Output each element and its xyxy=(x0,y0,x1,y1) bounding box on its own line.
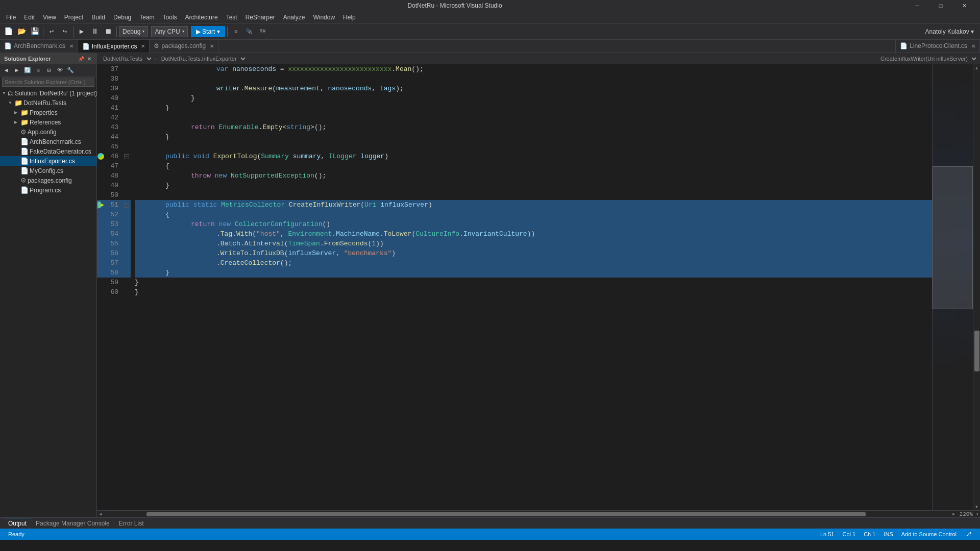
code-container[interactable]: 37 38 39 40 xyxy=(97,64,980,510)
undo-button[interactable]: ↩ xyxy=(45,26,58,38)
menu-item-analyze[interactable]: Analyze xyxy=(279,11,309,23)
platform-dropdown[interactable]: Any CPU ▾ xyxy=(151,26,187,37)
tree-item-myconfig[interactable]: ▶ 📄 MyConfig.cs xyxy=(0,166,96,176)
tree-item-archbenchmark[interactable]: ▶ 📄 ArchBenchmark.cs xyxy=(0,137,96,146)
debug-pause-button[interactable]: ⏸ xyxy=(89,26,101,38)
tree-item-appconfig[interactable]: ▶ ⚙ App.config xyxy=(0,127,96,137)
hscroll-track[interactable] xyxy=(104,512,950,517)
se-search-input[interactable] xyxy=(2,78,94,87)
se-filter-button[interactable]: ≡ xyxy=(33,65,43,76)
menu-item-help[interactable]: Help xyxy=(339,11,360,23)
tree-item-influxexporter[interactable]: ▶ 📄 InfluxExporter.cs xyxy=(0,156,96,166)
line-row-38: 38 xyxy=(97,74,131,84)
vertical-scrollbar[interactable]: ▲ ▼ xyxy=(973,64,980,510)
status-ln[interactable]: Ln 51 xyxy=(816,529,839,540)
fold-button-51[interactable]: − xyxy=(124,203,129,208)
hscroll-right-arrow[interactable]: ▶ xyxy=(950,511,958,518)
status-ready[interactable]: Ready xyxy=(4,529,29,540)
tree-item-packagesconfig[interactable]: ▶ ⚙ packages.config xyxy=(0,176,96,185)
tab-bar: 📄 ArchBenchmark.cs ✕ 📄 InfluxExporter.cs… xyxy=(0,40,980,53)
minimize-button[interactable]: ─ xyxy=(905,0,929,11)
menu-item-resharper[interactable]: ReSharper xyxy=(241,11,279,23)
close-button[interactable]: ✕ xyxy=(952,0,976,11)
tab-influxexporter-close[interactable]: ✕ xyxy=(141,43,145,49)
scroll-thumb[interactable] xyxy=(974,331,979,371)
code-text[interactable]: var nanoseconds = xxxxxxxxxxxxxxxxxxxxxx… xyxy=(131,64,932,510)
fold-button-46[interactable]: − xyxy=(124,154,129,159)
code-line-42 xyxy=(135,113,932,122)
minimap[interactable] xyxy=(932,64,973,510)
nav-project-dropdown[interactable]: DotNetRu.Tests xyxy=(99,55,153,63)
save-button[interactable]: 💾 xyxy=(29,26,41,38)
start-button[interactable]: ▶ Start ▾ xyxy=(191,26,226,37)
scroll-down-arrow[interactable]: ▼ xyxy=(973,503,981,510)
bottom-tab-output[interactable]: Output xyxy=(4,518,31,529)
se-back-button[interactable]: ◀ xyxy=(1,65,11,76)
linenum-53: 53 xyxy=(104,220,122,228)
tree-item-project[interactable]: ▼ 📁 DotNetRu.Tests xyxy=(0,98,96,108)
tab-influxexporter[interactable]: 📄 InfluxExporter.cs ✕ xyxy=(78,40,150,53)
bottom-tab-package-manager[interactable]: Package Manager Console xyxy=(32,518,114,529)
debug-gutter-46 xyxy=(97,152,104,161)
maximize-button[interactable]: □ xyxy=(929,0,952,11)
tab-lineprotocol[interactable]: 📄 LineProtocolClient.cs ✕ xyxy=(895,40,980,53)
status-ch[interactable]: Ch 1 xyxy=(860,529,879,540)
scroll-up-arrow[interactable]: ▲ xyxy=(973,64,981,71)
fold-gutter-51[interactable]: − xyxy=(122,200,131,210)
tab-packages-close[interactable]: ✕ xyxy=(210,43,214,49)
debug-stop-button[interactable]: ⏹ xyxy=(102,26,114,38)
config-dropdown[interactable]: Debug ▾ xyxy=(119,26,148,37)
debug-gutter-55 xyxy=(97,239,104,248)
menu-item-architecture[interactable]: Architecture xyxy=(181,11,222,23)
tree-item-solution[interactable]: ▼ 🗂 Solution 'DotNetRu' (1 project) xyxy=(0,88,96,98)
fold-gutter-58 xyxy=(122,268,131,278)
menu-item-debug[interactable]: Debug xyxy=(109,11,135,23)
se-collapse-button[interactable]: ⊟ xyxy=(44,65,54,76)
resharper-button[interactable]: R# xyxy=(256,26,268,38)
redo-button[interactable]: ↪ xyxy=(59,26,71,38)
menu-item-view[interactable]: View xyxy=(39,11,60,23)
status-git[interactable]: ⎇ xyxy=(961,529,976,540)
tree-item-fakedatagenerator[interactable]: ▶ 📄 FakeDataGenerator.cs xyxy=(0,146,96,156)
menu-item-edit[interactable]: Edit xyxy=(20,11,39,23)
fold-gutter-46[interactable]: − xyxy=(122,152,131,161)
bottom-tab-error-list[interactable]: Error List xyxy=(115,518,148,529)
se-close-button[interactable]: ✕ xyxy=(86,56,92,62)
menu-item-test[interactable]: Test xyxy=(222,11,241,23)
menu-item-file[interactable]: File xyxy=(2,11,20,23)
hscroll-left-arrow[interactable]: ◀ xyxy=(97,511,104,518)
status-ins[interactable]: INS xyxy=(879,529,897,540)
tab-lineprotocol-close[interactable]: ✕ xyxy=(971,43,975,49)
status-col[interactable]: Col 1 xyxy=(838,529,860,540)
menu-item-window[interactable]: Window xyxy=(309,11,339,23)
se-show-all-button[interactable]: 👁 xyxy=(55,65,65,76)
code-line-45 xyxy=(135,142,932,152)
tab-packages-config[interactable]: ⚙ packages.config ✕ xyxy=(150,40,218,53)
debug-start-button[interactable]: ▶ xyxy=(76,26,88,38)
menu-item-build[interactable]: Build xyxy=(87,11,109,23)
tree-item-program[interactable]: ▶ 📄 Program.cs xyxy=(0,185,96,195)
scroll-track[interactable] xyxy=(973,71,981,503)
menu-item-tools[interactable]: Tools xyxy=(159,11,181,23)
tree-item-properties[interactable]: ▶ 📁 Properties xyxy=(0,108,96,117)
solution-config-button[interactable]: ⚙ xyxy=(230,26,242,38)
se-pin-button[interactable]: 📌 xyxy=(77,56,85,62)
tree-icon-fakedatagenerator: 📄 xyxy=(20,147,29,155)
hscroll-thumb[interactable] xyxy=(146,512,866,516)
menu-item-team[interactable]: Team xyxy=(135,11,158,23)
nav-method-dropdown[interactable]: CreateInfluxWriter(Uri influxServer) xyxy=(876,55,978,63)
tab-archbenchmark-close[interactable]: ✕ xyxy=(69,43,74,49)
tab-archbenchmark[interactable]: 📄 ArchBenchmark.cs ✕ xyxy=(0,40,78,53)
new-project-button[interactable]: 📄 xyxy=(2,26,14,38)
menu-item-project[interactable]: Project xyxy=(60,11,87,23)
open-button[interactable]: 📂 xyxy=(15,26,28,38)
tree-item-references[interactable]: ▶ 📁 References xyxy=(0,117,96,127)
se-properties-button[interactable]: 🔧 xyxy=(65,65,76,76)
horizontal-scrollbar[interactable]: ◀ ▶ 220% ▾ xyxy=(97,510,980,517)
se-refresh-button[interactable]: 🔄 xyxy=(22,65,33,76)
se-fwd-button[interactable]: ▶ xyxy=(12,65,22,76)
code-line-53: return new CollectorConfiguration() xyxy=(135,219,932,229)
attachments-button[interactable]: 📎 xyxy=(243,26,255,38)
status-source-control[interactable]: Add to Source Control xyxy=(897,529,961,540)
nav-class-dropdown[interactable]: DotNetRu.Tests.InfluxExporter xyxy=(157,55,247,63)
